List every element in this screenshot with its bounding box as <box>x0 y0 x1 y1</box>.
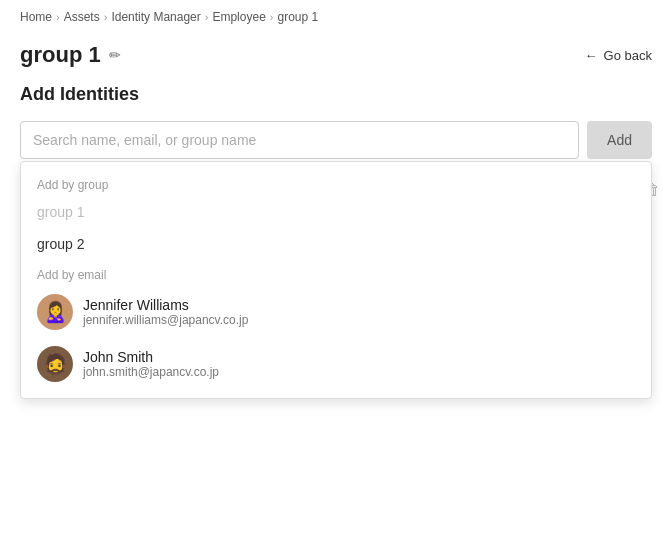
breadcrumb-employee[interactable]: Employee <box>212 10 265 24</box>
search-wrapper: Add Add by group group 1 group 2 Add by … <box>20 121 652 159</box>
breadcrumb-sep-4: › <box>270 11 274 23</box>
go-back-label: Go back <box>604 48 652 63</box>
avatar-john: 🧔 <box>37 346 73 382</box>
email-section-label: Add by email <box>21 260 651 286</box>
user-email-john: john.smith@japancv.co.jp <box>83 365 219 379</box>
group-section-label: Add by group <box>21 170 651 196</box>
dropdown-group-item-2[interactable]: group 2 <box>21 228 651 260</box>
page-title-row: group 1 ✏ <box>20 42 121 68</box>
avatar-jennifer: 🙎‍♀️ <box>37 294 73 330</box>
breadcrumb-identity-manager[interactable]: Identity Manager <box>111 10 200 24</box>
breadcrumb-assets[interactable]: Assets <box>64 10 100 24</box>
user-name-john: John Smith <box>83 349 219 365</box>
go-back-arrow-icon: ← <box>585 48 598 63</box>
breadcrumb-sep-2: › <box>104 11 108 23</box>
user-name-jennifer: Jennifer Williams <box>83 297 248 313</box>
user-info-john: John Smith john.smith@japancv.co.jp <box>83 349 219 379</box>
page-title: group 1 <box>20 42 101 68</box>
user-info-jennifer: Jennifer Williams jennifer.williams@japa… <box>83 297 248 327</box>
user-email-jennifer: jennifer.williams@japancv.co.jp <box>83 313 248 327</box>
go-back-button[interactable]: ← Go back <box>585 48 652 63</box>
user-item-john[interactable]: 🧔 John Smith john.smith@japancv.co.jp <box>21 338 651 390</box>
dropdown-group-item-1[interactable]: group 1 <box>21 196 651 228</box>
add-button[interactable]: Add <box>587 121 652 159</box>
breadcrumb-sep-1: › <box>56 11 60 23</box>
add-identities-section: Add Identities Add Add by group group 1 … <box>0 84 672 159</box>
group-1-label: group 1 <box>37 204 84 220</box>
breadcrumb-home[interactable]: Home <box>20 10 52 24</box>
breadcrumb: Home › Assets › Identity Manager › Emplo… <box>0 0 672 34</box>
user-item-jennifer[interactable]: 🙎‍♀️ Jennifer Williams jennifer.williams… <box>21 286 651 338</box>
group-2-label: group 2 <box>37 236 84 252</box>
section-title: Add Identities <box>20 84 652 105</box>
search-dropdown: Add by group group 1 group 2 Add by emai… <box>20 161 652 399</box>
page-header: group 1 ✏ ← Go back <box>0 34 672 84</box>
edit-icon[interactable]: ✏ <box>109 47 121 63</box>
search-input[interactable] <box>20 121 579 159</box>
breadcrumb-current: group 1 <box>277 10 318 24</box>
breadcrumb-sep-3: › <box>205 11 209 23</box>
search-row: Add <box>20 121 652 159</box>
